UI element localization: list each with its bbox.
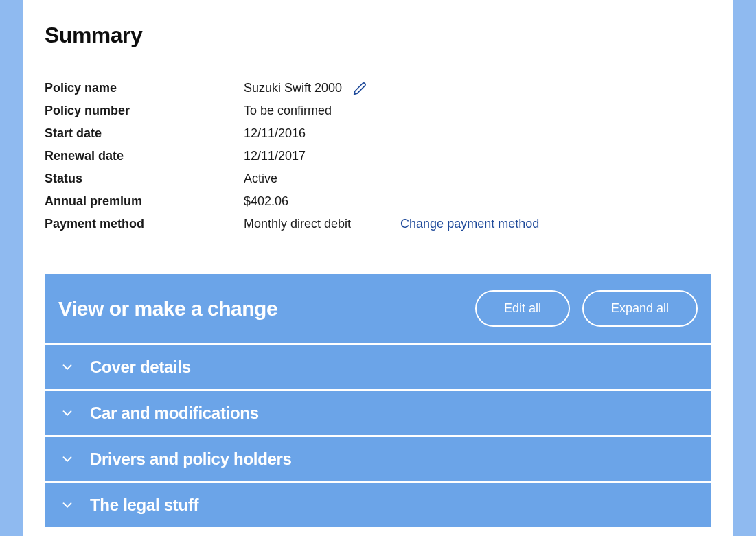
summary-row-policy-number: Policy number To be confirmed bbox=[45, 104, 711, 118]
summary-label: Policy number bbox=[45, 104, 244, 118]
summary-label: Annual premium bbox=[45, 194, 244, 209]
summary-value: Monthly direct debit Change payment meth… bbox=[244, 217, 539, 231]
edit-all-button[interactable]: Edit all bbox=[475, 290, 570, 327]
accordion-area: View or make a change Edit all Expand al… bbox=[45, 274, 711, 527]
payment-method-value: Monthly direct debit bbox=[244, 217, 351, 231]
accordion-title: The legal stuff bbox=[90, 496, 198, 515]
summary-value: Active bbox=[244, 172, 277, 186]
chevron-down-icon bbox=[60, 452, 75, 467]
summary-grid: Policy name Suzuki Swift 2000 Policy num… bbox=[45, 81, 711, 231]
accordion-title: Car and modifications bbox=[90, 404, 259, 423]
summary-title: Summary bbox=[45, 0, 711, 48]
change-actions: Edit all Expand all bbox=[475, 290, 698, 327]
accordion-title: Drivers and policy holders bbox=[90, 450, 292, 469]
summary-value: Suzuki Swift 2000 bbox=[244, 81, 367, 95]
summary-row-annual-premium: Annual premium $402.06 bbox=[45, 194, 711, 209]
summary-value: To be confirmed bbox=[244, 104, 332, 118]
summary-value: 12/11/2017 bbox=[244, 149, 306, 163]
accordion-title: Cover details bbox=[90, 358, 191, 377]
policy-name-value: Suzuki Swift 2000 bbox=[244, 81, 342, 95]
summary-row-start-date: Start date 12/11/2016 bbox=[45, 126, 711, 141]
expand-all-button[interactable]: Expand all bbox=[582, 290, 698, 327]
change-title: View or make a change bbox=[58, 297, 277, 321]
summary-label: Renewal date bbox=[45, 149, 244, 163]
summary-label: Status bbox=[45, 172, 244, 186]
summary-row-policy-name: Policy name Suzuki Swift 2000 bbox=[45, 81, 711, 95]
chevron-down-icon bbox=[60, 406, 75, 421]
summary-label: Payment method bbox=[45, 217, 244, 231]
accordion-item-car-modifications[interactable]: Car and modifications bbox=[45, 391, 711, 435]
change-payment-method-link[interactable]: Change payment method bbox=[400, 217, 539, 231]
summary-value: $402.06 bbox=[244, 194, 288, 209]
page-container: Summary Policy name Suzuki Swift 2000 Po… bbox=[23, 0, 733, 536]
chevron-down-icon bbox=[60, 498, 75, 513]
change-header: View or make a change Edit all Expand al… bbox=[45, 274, 711, 343]
pencil-icon[interactable] bbox=[353, 82, 367, 95]
summary-row-payment-method: Payment method Monthly direct debit Chan… bbox=[45, 217, 711, 231]
chevron-down-icon bbox=[60, 360, 75, 375]
summary-label: Start date bbox=[45, 126, 244, 141]
summary-value: 12/11/2016 bbox=[244, 126, 306, 141]
accordion-item-drivers-policy-holders[interactable]: Drivers and policy holders bbox=[45, 437, 711, 481]
summary-label: Policy name bbox=[45, 81, 244, 95]
summary-row-status: Status Active bbox=[45, 172, 711, 186]
accordion-item-legal-stuff[interactable]: The legal stuff bbox=[45, 483, 711, 527]
summary-row-renewal-date: Renewal date 12/11/2017 bbox=[45, 149, 711, 163]
accordion-item-cover-details[interactable]: Cover details bbox=[45, 345, 711, 389]
